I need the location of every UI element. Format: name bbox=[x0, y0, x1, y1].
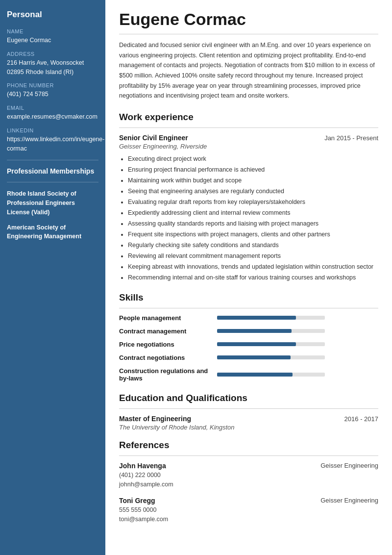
bullet-6: Assessing quality standards reports and … bbox=[128, 219, 378, 228]
main-content: Eugene Cormac Dedicated and focused seni… bbox=[105, 0, 392, 555]
edu-header-0: Master of Engineering 2016 - 2017 bbox=[119, 415, 378, 423]
candidate-name: Eugene Cormac bbox=[119, 10, 378, 29]
bullet-11: Recommending internal and on-site staff … bbox=[128, 273, 378, 282]
ref-phone-0: (401) 222 0000 bbox=[119, 471, 320, 480]
skill-bar-fill-3 bbox=[217, 355, 291, 359]
skill-label-3: Contract negotiations bbox=[119, 354, 217, 361]
name-label: Name bbox=[7, 28, 98, 34]
skill-row-0: People management bbox=[119, 314, 378, 322]
membership-item-1: American Society of Engineering Manageme… bbox=[7, 223, 98, 242]
job-title-0: Senior Civil Engineer bbox=[119, 134, 188, 142]
linkedin-value: https://www.linkedin.com/in/eugene-corma… bbox=[7, 135, 98, 153]
skill-row-2: Price negotiations bbox=[119, 341, 378, 348]
skill-row-4: Construction regulations and by-laws bbox=[119, 367, 378, 382]
sidebar-divider bbox=[7, 160, 98, 160]
skill-bar-fill-4 bbox=[217, 373, 293, 377]
skill-bar-fill-2 bbox=[217, 342, 296, 346]
skill-row-3: Contract negotiations bbox=[119, 354, 378, 361]
job-company-0: Geisser Engineering, Riverside bbox=[119, 143, 378, 150]
ref-name-0: John Havenga bbox=[119, 462, 320, 470]
skill-bar-bg-2 bbox=[217, 342, 325, 346]
address-value: 216 Harris Ave, Woonsocket02895 Rhode Is… bbox=[7, 58, 98, 77]
email-label: Email bbox=[7, 105, 98, 111]
job-header-0: Senior Civil Engineer Jan 2015 - Present bbox=[119, 134, 378, 142]
skills-heading: Skills bbox=[119, 292, 378, 303]
skill-label-2: Price negotiations bbox=[119, 341, 217, 348]
email-value: example.resumes@cvmaker.com bbox=[7, 112, 98, 122]
edu-degree-0: Master of Engineering bbox=[119, 415, 191, 423]
ref-phone-1: 555 555 0000 bbox=[119, 505, 320, 515]
skill-bar-fill-1 bbox=[217, 329, 292, 333]
references-heading: References bbox=[119, 440, 378, 451]
work-experience-heading: Work experience bbox=[119, 112, 378, 123]
name-divider bbox=[119, 34, 378, 34]
job-bullets-0: Executing direct project work Ensuring p… bbox=[119, 154, 378, 282]
sidebar: Personal Name Eugene Cormac Address 216 … bbox=[0, 0, 105, 555]
skill-label-4: Construction regulations and by-laws bbox=[119, 367, 217, 382]
ref-email-1: toni@sample.com bbox=[119, 515, 320, 524]
sidebar-title: Personal bbox=[7, 10, 98, 20]
bullet-3: Seeing that engineering analyses are reg… bbox=[128, 186, 378, 196]
ref-left-1: Toni Gregg 555 555 0000 toni@sample.com bbox=[119, 497, 320, 524]
edu-institution-0: The University of Rhode Island, Kingston bbox=[119, 424, 378, 431]
skill-bar-bg-3 bbox=[217, 355, 325, 359]
ref-company-1: Geisser Engineering bbox=[320, 497, 378, 504]
ref-row-1: Toni Gregg 555 555 0000 toni@sample.com … bbox=[119, 497, 378, 524]
skill-label-1: Contract management bbox=[119, 328, 217, 335]
skills-divider bbox=[119, 308, 378, 308]
job-dates-0: Jan 2015 - Present bbox=[324, 134, 378, 142]
bullet-9: Reviewing all relevant commitment manage… bbox=[128, 251, 378, 261]
bullet-5: Expediently addressing client and intern… bbox=[128, 208, 378, 218]
ref-name-1: Toni Gregg bbox=[119, 497, 320, 505]
ref-company-0: Geisser Engineering bbox=[320, 462, 378, 469]
ref-left-0: John Havenga (401) 222 0000 johnh@sample… bbox=[119, 462, 320, 489]
bullet-0: Executing direct project work bbox=[128, 154, 378, 164]
education-heading: Education and Qualifications bbox=[119, 393, 378, 404]
bullet-2: Maintaining work within budget and scope bbox=[128, 176, 378, 185]
bullet-4: Evaluating regular draft reports from ke… bbox=[128, 197, 378, 207]
memberships-heading: Professional Memberships bbox=[7, 167, 98, 175]
name-value: Eugene Cormac bbox=[7, 36, 98, 45]
ref-email-0: johnh@sample.com bbox=[119, 480, 320, 489]
phone-label: Phone number bbox=[7, 82, 98, 88]
bullet-1: Ensuring project financial performance i… bbox=[128, 165, 378, 175]
skill-bar-bg-1 bbox=[217, 329, 325, 333]
skill-row-1: Contract management bbox=[119, 328, 378, 335]
education-divider bbox=[119, 408, 378, 409]
work-divider bbox=[119, 127, 378, 128]
linkedin-label: LinkedIn bbox=[7, 127, 98, 133]
skill-bar-fill-0 bbox=[217, 316, 296, 320]
summary-text: Dedicated and focused senior civil engin… bbox=[119, 40, 378, 101]
edu-dates-0: 2016 - 2017 bbox=[344, 415, 378, 423]
references-divider bbox=[119, 455, 378, 456]
membership-item-0: Rhode Island Society of Professional Eng… bbox=[7, 189, 98, 217]
bullet-10: Keeping abreast with innovations, trends… bbox=[128, 262, 378, 272]
bullet-8: Regularly checking site safety condition… bbox=[128, 240, 378, 250]
skills-section: People management Contract management Pr… bbox=[119, 314, 378, 382]
ref-row-0: John Havenga (401) 222 0000 johnh@sample… bbox=[119, 462, 378, 489]
memberships-divider bbox=[7, 182, 98, 182]
skill-bar-bg-0 bbox=[217, 316, 325, 320]
address-label: Address bbox=[7, 51, 98, 57]
skill-label-0: People management bbox=[119, 314, 217, 322]
skill-bar-bg-4 bbox=[217, 373, 325, 377]
phone-value: (401) 724 5785 bbox=[7, 90, 98, 99]
bullet-7: Frequent site inspections with project m… bbox=[128, 229, 378, 239]
references-section: John Havenga (401) 222 0000 johnh@sample… bbox=[119, 462, 378, 524]
